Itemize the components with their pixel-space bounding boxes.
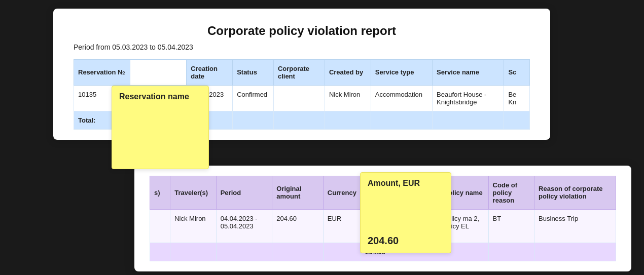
total-cell xyxy=(233,111,274,129)
total-cell xyxy=(150,243,170,261)
total-cell xyxy=(504,111,530,129)
bubble1-title: Reservation name xyxy=(119,92,201,101)
col-header-s: s) xyxy=(150,176,170,209)
total-cell xyxy=(371,111,432,129)
col-header-svcname: Service name xyxy=(433,59,504,85)
col-header-reason: Reason of corporate policy violation xyxy=(534,176,616,209)
total-cell xyxy=(325,111,371,129)
cell-trav: Nick Miron xyxy=(170,209,216,243)
col-header-sc: Sc xyxy=(504,59,530,85)
col-header-curr: Currency xyxy=(323,176,361,209)
total-cell xyxy=(433,111,504,129)
cell-curr: EUR xyxy=(323,209,361,243)
cell-status: Confirmed xyxy=(233,85,274,111)
cell-corp xyxy=(273,85,325,111)
bubble2-title: Amount, EUR xyxy=(368,179,444,188)
col-header-status: Status xyxy=(233,59,274,85)
col-header-created: Created by xyxy=(325,59,371,85)
col-header-type: Service type xyxy=(371,59,432,85)
report-title: Corporate policy violation report xyxy=(74,24,530,38)
cell-type: Accommodation xyxy=(371,85,432,111)
cell-period: 04.04.2023 - 05.04.2023 xyxy=(216,209,272,243)
cell-sc: Be Kn xyxy=(504,85,530,111)
cell-code: BT xyxy=(488,209,534,243)
total-cell xyxy=(323,243,361,261)
total-cell xyxy=(216,243,272,261)
cell-orig: 204.60 xyxy=(272,209,324,243)
col-header-trav: Traveler(s) xyxy=(170,176,216,209)
col-header-period: Period xyxy=(216,176,272,209)
cell-reason: Business Trip xyxy=(534,209,616,243)
cell-s xyxy=(150,209,170,243)
col-header-date: Creation date xyxy=(187,59,233,85)
total-cell xyxy=(488,243,534,261)
total-cell xyxy=(272,243,324,261)
col-header-corp: Corporate client xyxy=(273,59,325,85)
total-cell xyxy=(534,243,616,261)
cell-svcname: Beaufort House - Knightsbridge xyxy=(433,85,504,111)
bubble2-value: 204.60 xyxy=(368,229,444,247)
total-cell xyxy=(273,111,325,129)
total-cell xyxy=(170,243,216,261)
col-header-orig: Original amount xyxy=(272,176,324,209)
amount-eur-bubble: Amount, EUR 204.60 xyxy=(360,172,451,253)
reservation-name-bubble: Reservation name xyxy=(112,86,209,169)
cell-created: Nick Miron xyxy=(325,85,371,111)
col-header-resnum: Reservation № xyxy=(74,59,130,85)
period-label: Period from 05.03.2023 to 05.04.2023 xyxy=(74,43,530,51)
col-header-code: Code of policy reason xyxy=(488,176,534,209)
